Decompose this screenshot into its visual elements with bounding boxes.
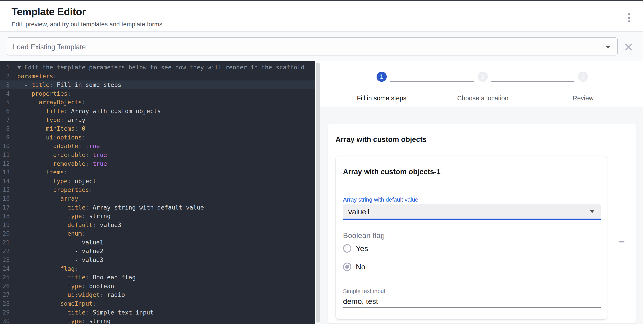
code-text: default: value3: [10, 221, 121, 229]
line-number: 10: [0, 142, 10, 151]
code-text: someInput:: [10, 299, 96, 308]
editor-scrollbar-track[interactable]: [315, 61, 320, 324]
code-text: type: string: [10, 212, 111, 221]
code-line-25[interactable]: 25 title: Boolean flag: [0, 273, 315, 282]
code-text: removable: true: [10, 159, 107, 168]
window-scrollbar-gutter[interactable]: [643, 0, 644, 324]
radio-checked-icon[interactable]: [343, 262, 351, 271]
step-3-circle[interactable]: 3: [578, 72, 588, 82]
step-2-circle[interactable]: 2: [478, 72, 488, 82]
code-text: array:: [10, 194, 82, 203]
kebab-dot: [628, 20, 630, 22]
yaml-code-editor[interactable]: 1# Edit the template parameters below to…: [0, 61, 315, 324]
code-text: - value3: [10, 255, 103, 264]
code-text: properties:: [10, 185, 92, 194]
line-number: 16: [0, 194, 10, 203]
more-options-kebab-icon[interactable]: [626, 12, 632, 24]
code-line-27[interactable]: 27 ui:widget: radio: [0, 290, 315, 299]
line-number: 13: [0, 168, 10, 177]
code-text: arrayObjects:: [10, 98, 86, 107]
line-number: 11: [0, 151, 10, 159]
clear-selection-icon[interactable]: [625, 44, 632, 51]
radio-option-label: No: [356, 262, 365, 271]
page-title: Template Editor: [12, 6, 86, 18]
code-line-29[interactable]: 29 title: Simple text input: [0, 308, 315, 317]
line-number: 26: [0, 282, 10, 291]
line-number: 24: [0, 264, 10, 273]
editor-scrollbar-thumb[interactable]: [316, 63, 320, 323]
code-text: flag:: [10, 264, 78, 273]
code-text: ui:widget: radio: [10, 290, 125, 299]
code-line-4[interactable]: 4 properties:: [0, 89, 315, 98]
select-field-label: Array string with default value: [343, 196, 418, 203]
code-line-22[interactable]: 22 - value2: [0, 247, 315, 255]
code-line-18[interactable]: 18 type: string: [0, 212, 315, 221]
code-text: - title: Fill in some steps: [10, 81, 121, 89]
code-text: title: Array with custom objects: [10, 107, 161, 116]
line-number: 23: [0, 255, 10, 264]
step-1-circle[interactable]: 1: [376, 72, 387, 82]
code-text: title: Simple text input: [10, 308, 154, 317]
line-number: 5: [0, 98, 10, 107]
code-line-11[interactable]: 11 orderable: true: [0, 151, 315, 159]
code-line-15[interactable]: 15 properties:: [0, 185, 315, 194]
line-number: 18: [0, 212, 10, 221]
line-number: 25: [0, 273, 10, 282]
code-line-19[interactable]: 19 default: value3: [0, 221, 315, 229]
line-number: 1: [0, 63, 10, 72]
step-2-label: Choose a location: [438, 95, 527, 102]
code-line-23[interactable]: 23 - value3: [0, 255, 315, 264]
line-number: 27: [0, 290, 10, 299]
line-number: 15: [0, 185, 10, 194]
line-number: 29: [0, 308, 10, 317]
code-line-26[interactable]: 26 type: boolean: [0, 282, 315, 291]
code-text: type: object: [10, 177, 96, 186]
line-number: 20: [0, 229, 10, 238]
array-string-select[interactable]: value1: [343, 204, 601, 220]
code-text: type: array: [10, 116, 86, 124]
code-line-7[interactable]: 7 type: array: [0, 116, 315, 124]
load-template-section: Load Existing Template: [0, 32, 643, 61]
line-number: 6: [0, 107, 10, 116]
remove-array-item-button[interactable]: [616, 238, 628, 245]
code-line-17[interactable]: 17 title: Array string with default valu…: [0, 203, 315, 212]
code-text: enum:: [10, 229, 86, 238]
code-line-28[interactable]: 28 someInput:: [0, 299, 315, 308]
code-line-20[interactable]: 20 enum:: [0, 229, 315, 238]
radio-option-no[interactable]: No: [343, 262, 365, 271]
code-line-16[interactable]: 16 array:: [0, 194, 315, 203]
code-text: title: Boolean flag: [10, 273, 136, 282]
code-line-14[interactable]: 14 type: object: [0, 177, 315, 186]
line-number: 30: [0, 317, 10, 324]
code-line-12[interactable]: 12 removable: true: [0, 159, 315, 168]
radio-option-yes[interactable]: Yes: [343, 244, 368, 253]
code-line-24[interactable]: 24 flag:: [0, 264, 315, 273]
kebab-dot: [628, 13, 630, 15]
code-line-30[interactable]: 30 type: string: [0, 317, 315, 324]
code-line-10[interactable]: 10 addable: true: [0, 142, 315, 151]
code-line-3[interactable]: 3 - title: Fill in some steps: [0, 81, 315, 89]
radio-unchecked-icon[interactable]: [343, 244, 351, 253]
code-line-5[interactable]: 5 arrayObjects:: [0, 98, 315, 107]
load-template-placeholder: Load Existing Template: [13, 43, 86, 51]
code-line-1[interactable]: 1# Edit the template parameters below to…: [0, 63, 315, 72]
caret-down-icon[interactable]: [605, 46, 611, 49]
radio-group-label: Boolean flag: [343, 231, 385, 240]
line-number: 19: [0, 221, 10, 229]
code-line-13[interactable]: 13 items:: [0, 168, 315, 177]
load-template-autocomplete[interactable]: Load Existing Template: [7, 37, 618, 56]
code-text: title: Array string with default value: [10, 203, 204, 212]
code-line-2[interactable]: 2parameters:: [0, 72, 315, 81]
simple-text-input[interactable]: demo, test: [343, 297, 378, 306]
code-line-9[interactable]: 9 ui:options:: [0, 133, 315, 142]
form-section-title: Array with custom objects: [336, 135, 427, 144]
code-line-6[interactable]: 6 title: Array with custom objects: [0, 107, 315, 116]
array-item-title: Array with custom objects-1: [343, 168, 440, 176]
caret-down-icon: [590, 210, 594, 213]
code-text: - value2: [10, 247, 103, 255]
text-field-label: Simple text input: [343, 288, 386, 295]
code-line-8[interactable]: 8 minItems: 0: [0, 124, 315, 133]
code-text: - value1: [10, 238, 103, 247]
code-line-21[interactable]: 21 - value1: [0, 238, 315, 247]
code-lines: 1# Edit the template parameters below to…: [0, 63, 315, 324]
